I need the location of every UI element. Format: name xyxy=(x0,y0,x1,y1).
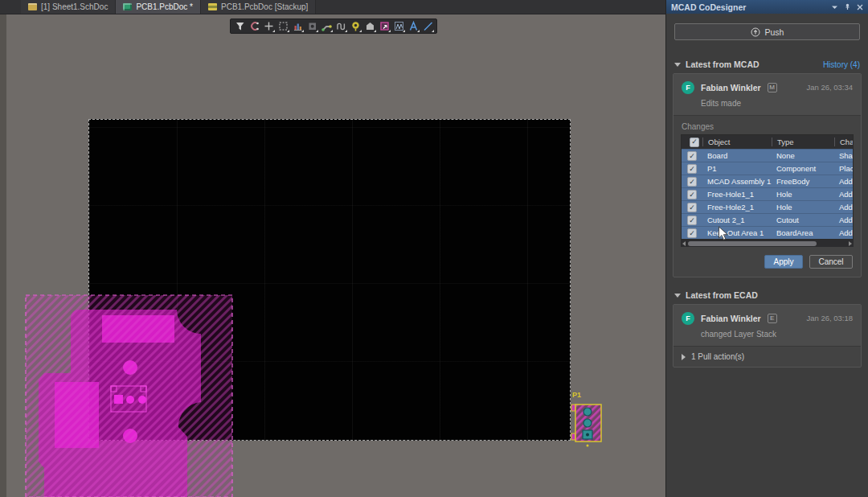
table-row[interactable]: Free-Hole1_1 Hole Added xyxy=(682,187,853,200)
collapse-icon xyxy=(674,294,681,298)
close-icon[interactable] xyxy=(857,4,863,10)
row-object: Free-Hole2_1 xyxy=(702,203,772,212)
panel-menu-icon[interactable] xyxy=(831,4,838,10)
stackup-icon xyxy=(208,3,217,10)
table-row[interactable]: MCAD Assembly 1... FreeBody Added xyxy=(682,175,853,187)
mcad-codesigner-panel: MCAD CoDesigner Push Latest from MCAD Hi… xyxy=(665,0,868,497)
room-icon[interactable] xyxy=(377,19,391,33)
move-icon[interactable] xyxy=(261,19,276,33)
components-chart-icon[interactable] xyxy=(290,19,305,33)
line-icon[interactable] xyxy=(420,19,435,33)
table-horizontal-scrollbar[interactable] xyxy=(681,240,854,247)
row-checkbox[interactable] xyxy=(687,216,697,225)
cancel-button[interactable]: Cancel xyxy=(809,255,853,269)
row-change: Added xyxy=(834,203,853,212)
via-icon[interactable] xyxy=(348,19,362,33)
row-object: Free-Hole1_1 xyxy=(702,190,772,199)
polygon-pour-icon[interactable] xyxy=(362,19,377,33)
mcad-change-card: F Fabian Winkler M Jan 26, 03:34 Edits m… xyxy=(673,73,862,277)
component-designator: P1 xyxy=(572,391,581,399)
apply-button[interactable]: Apply xyxy=(764,255,803,269)
row-object: Board xyxy=(702,151,772,160)
change-summary: changed Layer Stack xyxy=(701,330,853,339)
ecad-change-card: F Fabian Winkler E Jan 26, 03:18 changed… xyxy=(673,304,862,368)
table-row[interactable]: Free-Hole2_1 Hole Added xyxy=(682,200,853,213)
active-bar-toolbar xyxy=(230,18,437,34)
tab-label: PCB1.PcbDoc [Stackup] xyxy=(221,2,308,11)
row-checkbox[interactable] xyxy=(687,164,697,174)
lasso-select-icon[interactable] xyxy=(247,19,261,33)
avatar: F xyxy=(682,81,694,94)
row-object: Cutout 2_1 xyxy=(702,216,772,224)
changes-label: Changes xyxy=(682,122,853,131)
table-row[interactable]: Board None Shape xyxy=(682,149,853,162)
scroll-left-arrow[interactable] xyxy=(682,241,686,246)
scrollbar-thumb[interactable] xyxy=(688,241,817,246)
avatar: F xyxy=(682,312,694,325)
panel-header: MCAD CoDesigner xyxy=(666,0,868,14)
interactive-route-icon[interactable] xyxy=(319,19,334,33)
filter-icon[interactable] xyxy=(232,19,247,33)
ecad-section-header[interactable]: Latest from ECAD xyxy=(674,290,860,300)
row-change: Added xyxy=(834,190,853,199)
p1-pad1 xyxy=(583,408,592,416)
change-summary: Edits made xyxy=(701,99,853,108)
user-name: Fabian Winkler xyxy=(701,83,761,92)
tab-pcb1-pcbdoc[interactable]: PCB1.PcbDoc * xyxy=(116,0,201,14)
column-type[interactable]: Type xyxy=(772,138,834,146)
p1-origin-dot xyxy=(587,445,589,447)
changes-table: Object Type Change Board None Shape P1 C… xyxy=(681,134,854,240)
signal-measure-icon[interactable] xyxy=(391,19,406,33)
select-area-icon[interactable] xyxy=(276,19,290,33)
table-row[interactable]: Keep Out Area 1 BoardArea Added xyxy=(682,226,853,239)
push-label: Push xyxy=(765,27,784,37)
row-change: Added xyxy=(834,177,853,186)
pcbdoc-icon xyxy=(123,3,132,10)
user-name: Fabian Winkler xyxy=(701,314,761,323)
push-button[interactable]: Push xyxy=(674,23,860,40)
row-change: Placement xyxy=(834,164,853,173)
pin-icon[interactable] xyxy=(844,3,851,10)
tab-label: [1] Sheet1.SchDoc xyxy=(41,2,108,11)
row-type: Component xyxy=(772,164,834,173)
column-change[interactable]: Change xyxy=(834,138,853,146)
row-change: Shape xyxy=(834,151,853,160)
select-all-checkbox[interactable] xyxy=(690,138,699,147)
row-type: None xyxy=(772,151,834,160)
collapse-icon xyxy=(674,63,681,67)
length-tuning-icon[interactable] xyxy=(334,19,348,33)
pull-actions-row[interactable]: 1 Pull action(s) xyxy=(674,347,861,367)
text-icon[interactable] xyxy=(406,19,420,33)
pad-icon[interactable] xyxy=(305,19,319,33)
tab-pcb1-stackup[interactable]: PCB1.PcbDoc [Stackup] xyxy=(201,0,316,14)
row-type: Hole xyxy=(772,203,834,212)
expand-icon xyxy=(682,354,686,360)
row-checkbox[interactable] xyxy=(687,177,697,187)
push-up-icon xyxy=(751,27,760,37)
row-type: Hole xyxy=(772,190,834,199)
schdoc-icon xyxy=(28,3,37,10)
keep-out-area-overlay[interactable] xyxy=(24,290,235,497)
panel-title: MCAD CoDesigner xyxy=(671,2,831,12)
row-change: Added xyxy=(834,228,853,237)
scroll-right-arrow[interactable] xyxy=(849,241,852,246)
row-type: BoardArea xyxy=(772,228,834,237)
ecad-section-title: Latest from ECAD xyxy=(686,290,860,300)
timestamp: Jan 26, 03:34 xyxy=(806,83,853,92)
tab-sheet1-schdoc[interactable]: [1] Sheet1.SchDoc xyxy=(21,0,116,14)
history-link[interactable]: History (4) xyxy=(823,60,860,69)
row-checkbox[interactable] xyxy=(687,203,697,212)
row-object: Keep Out Area 1 xyxy=(702,228,772,237)
table-row[interactable]: P1 Component Placement xyxy=(682,162,853,175)
mcad-section-header[interactable]: Latest from MCAD History (4) xyxy=(674,60,860,69)
row-type: FreeBody xyxy=(772,177,834,186)
row-checkbox[interactable] xyxy=(687,190,697,199)
changes-table-body: Board None Shape P1 Component Placement … xyxy=(682,149,853,239)
document-tabbar: [1] Sheet1.SchDoc PCB1.PcbDoc * PCB1.Pcb… xyxy=(0,0,666,14)
column-object[interactable]: Object xyxy=(702,138,772,146)
row-checkbox[interactable] xyxy=(687,151,697,161)
component-p1[interactable]: P1 xyxy=(569,391,608,454)
row-object: MCAD Assembly 1... xyxy=(702,177,772,186)
row-checkbox[interactable] xyxy=(687,228,697,238)
table-row[interactable]: Cutout 2_1 Cutout Added xyxy=(682,213,853,226)
